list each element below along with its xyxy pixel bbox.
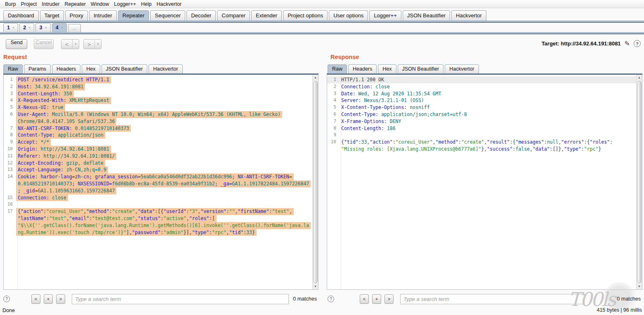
- search-next-button[interactable]: >: [385, 294, 394, 304]
- tab-extender[interactable]: Extender: [251, 10, 282, 21]
- tab-dashboard[interactable]: Dashboard: [3, 10, 39, 21]
- response-tab-bar: RawHeadersHexJSON BeautifierHackvertor: [328, 64, 479, 73]
- tab-logger[interactable]: Logger++: [369, 10, 401, 21]
- request-panel-title: Request: [3, 54, 27, 60]
- line-number: 7: [327, 118, 340, 125]
- menu-logger[interactable]: Logger++: [111, 1, 139, 7]
- repeater-tab-label: 4: [56, 25, 59, 31]
- search-next-button[interactable]: >: [56, 294, 65, 304]
- request-editor[interactable]: 1POST /service/extdirect HTTP/1.12Host: …: [4, 75, 312, 289]
- close-tab-icon[interactable]: ×: [61, 26, 63, 30]
- scroll-thumb[interactable]: [637, 81, 642, 283]
- scroll-up-icon[interactable]: ▲: [637, 75, 642, 81]
- menu-help[interactable]: Help: [139, 1, 154, 7]
- prev-request-button[interactable]: < ▼: [61, 39, 79, 49]
- menu-project[interactable]: Project: [18, 1, 39, 7]
- repeater-tab-4[interactable]: 4×: [52, 23, 67, 32]
- request-tab-json-beautifier[interactable]: JSON Beautifier: [101, 64, 148, 73]
- line-number: 2: [4, 83, 16, 90]
- tab-project-options[interactable]: Project options: [283, 10, 328, 21]
- tab-json-beautifier[interactable]: JSON Beautifier: [403, 10, 450, 21]
- tab-proxy[interactable]: Proxy: [65, 10, 88, 21]
- menu-repeater[interactable]: Repeater: [62, 1, 88, 7]
- search-prev-button[interactable]: <: [360, 294, 369, 304]
- tab-comparer[interactable]: Comparer: [217, 10, 250, 21]
- response-search-input[interactable]: [400, 294, 585, 304]
- scroll-up-icon[interactable]: ▲: [313, 75, 318, 81]
- prev-arrow-icon: <: [61, 41, 72, 47]
- line-number: [4, 229, 16, 236]
- response-scrollbar[interactable]: ▲ ▼: [636, 75, 642, 289]
- repeater-tab-2[interactable]: 2×: [19, 23, 34, 32]
- tab-user-options[interactable]: User options: [329, 10, 368, 21]
- code-line: 4X-Requested-With: XMLHttpRequest: [4, 97, 312, 104]
- repeater-tab-divider: [0, 32, 644, 34]
- code-line: 11Referer: http://34.92.64.191:8081/: [4, 153, 312, 160]
- request-tab-params[interactable]: Params: [24, 64, 51, 73]
- close-tab-icon[interactable]: ×: [45, 26, 47, 30]
- request-tab-hex[interactable]: Hex: [82, 64, 100, 73]
- request-scrollbar[interactable]: ▲ ▼: [312, 75, 318, 289]
- target-url-label: Target: http://34.92.64.191:8081: [542, 40, 621, 47]
- chevron-down-icon[interactable]: ▼: [72, 40, 79, 49]
- cancel-button[interactable]: Cancel: [34, 39, 54, 49]
- scroll-down-icon[interactable]: ▼: [637, 284, 642, 289]
- search-case-button[interactable]: +: [44, 294, 53, 304]
- repeater-tab-1[interactable]: 1×: [3, 23, 18, 32]
- line-number: 4: [4, 97, 16, 104]
- line-number: 13: [4, 166, 16, 173]
- code-line: 4Server: Nexus/3.21.1-01 (OSS): [327, 97, 636, 104]
- help-icon[interactable]: ?: [634, 40, 641, 47]
- response-tab-raw[interactable]: Raw: [328, 64, 347, 73]
- code-line: 7X-Frame-Options: DENY: [327, 118, 636, 125]
- menu-burp[interactable]: Burp: [2, 1, 18, 7]
- tab-hackvertor[interactable]: Hackvertor: [451, 10, 486, 21]
- line-number: 9: [4, 139, 16, 146]
- response-tab-hackvertor[interactable]: Hackvertor: [445, 64, 479, 73]
- request-tab-bar: RawParamsHeadersHexJSON BeautifierHackve…: [3, 64, 183, 73]
- response-tab-hex[interactable]: Hex: [378, 64, 396, 73]
- repeater-tab-3[interactable]: 3×: [35, 23, 50, 32]
- send-button[interactable]: Send: [6, 39, 27, 49]
- line-number: [4, 215, 16, 222]
- menu-window[interactable]: Window: [88, 1, 111, 7]
- line-number: 9: [327, 132, 340, 139]
- search-prev-button[interactable]: <: [31, 294, 40, 304]
- menu-intruder[interactable]: Intruder: [39, 1, 62, 7]
- search-case-button[interactable]: +: [372, 294, 381, 304]
- response-tab-json-beautifier[interactable]: JSON Beautifier: [398, 64, 444, 73]
- scroll-track[interactable]: [313, 81, 318, 284]
- line-number: 15: [4, 194, 16, 201]
- close-tab-icon[interactable]: ×: [28, 26, 31, 30]
- tab-repeater[interactable]: Repeater: [118, 10, 149, 21]
- code-line: 2Host: 34.92.64.191:8081: [4, 83, 312, 90]
- close-tab-icon[interactable]: ×: [12, 26, 14, 30]
- tab-decoder[interactable]: Decoder: [186, 10, 216, 21]
- scroll-track[interactable]: [637, 81, 642, 284]
- request-tab-raw[interactable]: Raw: [3, 64, 23, 73]
- scroll-down-icon[interactable]: ▼: [313, 284, 318, 289]
- request-tab-headers[interactable]: Headers: [52, 64, 80, 73]
- repeater-tab-overflow[interactable]: ...: [68, 24, 81, 32]
- tab-intruder[interactable]: Intruder: [89, 10, 117, 21]
- next-request-button[interactable]: > ▼: [83, 39, 101, 49]
- scroll-thumb[interactable]: [313, 81, 318, 283]
- line-number: 5: [4, 104, 16, 111]
- search-help-icon[interactable]: ?: [3, 296, 10, 302]
- tab-target[interactable]: Target: [40, 10, 64, 21]
- request-search-input[interactable]: [72, 294, 289, 304]
- search-help-icon[interactable]: ?: [328, 296, 334, 302]
- code-line: 6Content-Type: application/json;charset=…: [327, 111, 636, 118]
- code-line: ; _gid=GA1.1.1059631663.1597226847: [4, 187, 312, 194]
- code-line: 10{"tid":33,"action":"coreui_User","meth…: [327, 139, 636, 146]
- tab-sequencer[interactable]: Sequencer: [150, 10, 185, 21]
- response-editor[interactable]: 1HTTP/1.1 200 OK2Connection: close3Date:…: [327, 75, 636, 289]
- chevron-down-icon[interactable]: ▼: [94, 40, 101, 49]
- response-stats: 415 bytes | 96 millis: [597, 307, 642, 313]
- response-tab-headers[interactable]: Headers: [348, 64, 377, 73]
- edit-target-icon[interactable]: ✎: [625, 40, 630, 47]
- request-tab-hackvertor[interactable]: Hackvertor: [149, 64, 182, 73]
- code-line: 8Content-Length: 186: [327, 125, 636, 132]
- menu-hackvertor[interactable]: Hackvertor: [154, 1, 184, 7]
- line-number: [4, 222, 16, 229]
